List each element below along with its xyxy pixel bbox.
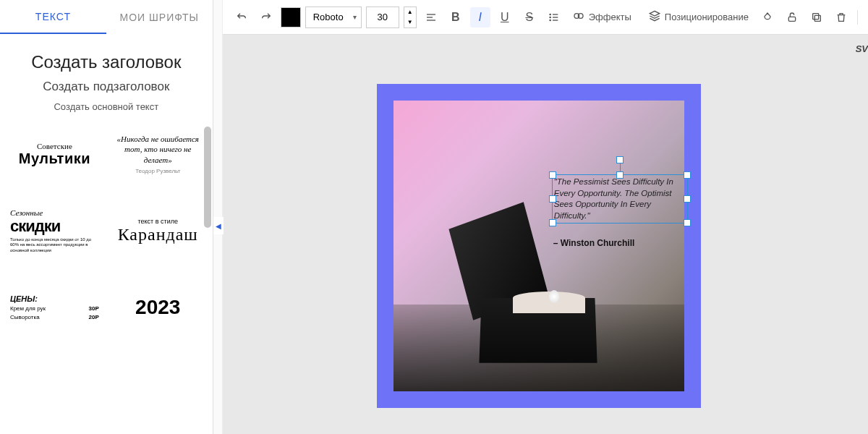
effects-label: Эффекты xyxy=(589,12,631,22)
rotate-handle[interactable] xyxy=(616,156,624,163)
template-text: Мультики xyxy=(10,150,99,167)
template-text: 20Р xyxy=(89,314,99,320)
delete-button[interactable] xyxy=(831,7,851,27)
transparency-button[interactable] xyxy=(757,7,778,27)
template-text: Только до конца месяца скидки от 10 до 6… xyxy=(10,237,99,253)
resize-handle-mr[interactable] xyxy=(684,195,691,203)
positioning-button[interactable]: Позиционирование xyxy=(644,7,753,28)
svg-point-6 xyxy=(550,14,550,14)
underline-button[interactable]: U xyxy=(495,7,515,27)
selected-text-element[interactable]: "The Pessimist Sees Difficulty In Every … xyxy=(552,174,688,224)
resize-handle-ml[interactable] xyxy=(549,195,556,203)
list-button[interactable] xyxy=(544,7,564,27)
toolbar-separator xyxy=(857,10,858,25)
resize-handle-tr[interactable] xyxy=(684,171,691,179)
svg-rect-13 xyxy=(814,15,820,21)
scrollbar-thumb[interactable] xyxy=(204,127,211,228)
template-list[interactable]: Советские Мультики «Никогда не ошибается… xyxy=(0,125,213,434)
template-text: «Никогда не ошибается тот, кто ничего не… xyxy=(114,134,203,165)
font-size-down[interactable]: ▼ xyxy=(404,17,416,27)
font-size-up[interactable]: ▲ xyxy=(404,7,416,17)
template-card[interactable]: ЦЕНЫ: Крем для рук30Р Сыворотка20Р xyxy=(7,278,102,336)
template-card[interactable]: текст в стиле Карандаш xyxy=(111,202,205,260)
template-text: скидки xyxy=(10,217,99,236)
resize-handle-tl[interactable] xyxy=(549,171,556,179)
text-presets: Создать заголовок Создать подзаголовок С… xyxy=(0,35,213,125)
bold-button[interactable]: B xyxy=(446,7,466,27)
font-size-spinner: ▲ ▼ xyxy=(404,7,417,28)
font-family-select[interactable]: Roboto xyxy=(305,7,362,28)
template-text: Сезонные xyxy=(10,208,99,217)
resize-handle-tc[interactable] xyxy=(616,171,624,179)
text-color-picker[interactable] xyxy=(281,7,301,27)
collapse-sidebar-button[interactable]: ◀ xyxy=(213,217,224,234)
create-body-button[interactable]: Создать основной текст xyxy=(0,101,213,112)
resize-handle-bl[interactable] xyxy=(549,219,556,226)
sidebar-divider: ◀ xyxy=(213,0,223,434)
canvas-viewport[interactable]: "The Pessimist Sees Difficulty In Every … xyxy=(223,35,868,434)
duplicate-button[interactable] xyxy=(807,7,827,27)
template-text: Сыворотка xyxy=(10,314,40,320)
quote-text[interactable]: "The Pessimist Sees Difficulty In Every … xyxy=(553,175,687,223)
align-button[interactable] xyxy=(421,7,441,27)
svg-marker-11 xyxy=(650,11,659,16)
template-card[interactable]: «Никогда не ошибается тот, кто ничего не… xyxy=(111,125,205,183)
template-text: Теодор Рузвельт xyxy=(114,168,203,174)
svg-point-7 xyxy=(550,17,550,17)
svg-point-8 xyxy=(550,20,550,20)
template-text: Советские xyxy=(10,142,99,150)
tab-my-fonts[interactable]: МОИ ШРИФТЫ xyxy=(106,1,213,33)
author-text[interactable]: – Winston Churchill xyxy=(552,237,673,250)
lock-button[interactable] xyxy=(782,7,802,27)
redo-button[interactable] xyxy=(256,7,276,27)
undo-button[interactable] xyxy=(231,7,252,27)
resize-handle-br[interactable] xyxy=(684,219,691,226)
effects-button[interactable]: Эффекты xyxy=(569,7,636,28)
effects-icon xyxy=(573,10,584,24)
template-text: 30Р xyxy=(89,305,99,312)
svg-rect-12 xyxy=(788,17,795,21)
create-subheading-button[interactable]: Создать подзаголовок xyxy=(0,80,213,94)
svg-rect-14 xyxy=(813,13,819,19)
toolbar: Roboto ▲ ▼ B I U S Эффекты Позиционирова… xyxy=(223,0,868,35)
rotate-connector xyxy=(620,162,621,172)
template-text: 2023 xyxy=(114,296,203,319)
italic-button[interactable]: I xyxy=(470,7,490,27)
tab-text[interactable]: ТЕКСТ xyxy=(0,1,106,34)
positioning-label: Позиционирование xyxy=(665,12,749,22)
create-heading-button[interactable]: Создать заголовок xyxy=(0,52,213,72)
layers-icon xyxy=(649,10,660,24)
template-text: текст в стиле xyxy=(114,218,203,225)
template-text: Карандаш xyxy=(114,225,203,244)
cropped-ui-text: SV xyxy=(856,43,868,54)
template-card[interactable]: Советские Мультики xyxy=(7,125,102,183)
main-area: Roboto ▲ ▼ B I U S Эффекты Позиционирова… xyxy=(223,0,868,434)
template-card[interactable]: 2023 xyxy=(111,278,205,336)
template-card[interactable]: Сезонные скидки Только до конца месяца с… xyxy=(7,202,102,260)
sidebar: ТЕКСТ МОИ ШРИФТЫ Создать заголовок Созда… xyxy=(0,0,213,434)
font-size-input[interactable] xyxy=(366,7,399,28)
strikethrough-button[interactable]: S xyxy=(519,7,540,27)
template-text: ЦЕНЫ: xyxy=(10,294,99,303)
design-canvas[interactable]: "The Pessimist Sees Difficulty In Every … xyxy=(377,84,701,408)
template-text: Крем для рук xyxy=(10,305,46,312)
sidebar-tabs: ТЕКСТ МОИ ШРИФТЫ xyxy=(0,0,213,35)
